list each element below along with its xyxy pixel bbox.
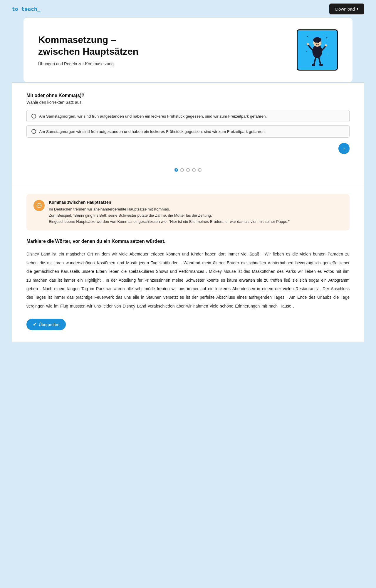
pagination-dot-5[interactable] xyxy=(198,168,202,172)
chevron-down-icon: ▾ xyxy=(357,7,358,11)
svg-line-9 xyxy=(322,46,326,50)
info-box: Kommas zwischen Hauptsätzen Im Deutschen… xyxy=(26,194,350,230)
radio-1[interactable] xyxy=(31,114,36,118)
quiz-subtitle: Wähle den korrekten Satz aus. xyxy=(26,100,350,105)
svg-point-20 xyxy=(39,205,40,206)
svg-point-4 xyxy=(324,35,325,36)
check-label: Überprüfen xyxy=(39,322,59,327)
hero-card: Kommasetzung –zwischen Hauptsätzen Übung… xyxy=(24,18,352,82)
svg-line-12 xyxy=(314,58,316,64)
hero-text: Kommasetzung –zwischen Hauptsätzen Übung… xyxy=(38,34,138,66)
pagination-dot-1[interactable] xyxy=(174,168,178,172)
quiz-title: Mit oder ohne Komma(s)? xyxy=(26,93,350,98)
quiz-option-1-text: Am Samstagmorgen, wir sind früh aufgesta… xyxy=(39,114,267,118)
next-button[interactable]: › xyxy=(338,143,350,154)
pagination-dot-4[interactable] xyxy=(192,168,196,172)
svg-point-16 xyxy=(315,42,317,43)
hero-subtitle: Übungen und Regeln zur Kommasetzung xyxy=(38,61,138,66)
svg-point-2 xyxy=(306,51,307,52)
info-text: Im Deutschen trennen wir aneinandergerei… xyxy=(49,206,290,225)
header: to teach_ Download ▾ xyxy=(0,0,376,18)
hero-image xyxy=(297,29,338,71)
svg-line-8 xyxy=(308,45,313,50)
svg-point-7 xyxy=(313,37,321,43)
next-icon: › xyxy=(343,146,345,152)
svg-point-21 xyxy=(40,205,41,206)
svg-point-10 xyxy=(307,43,309,45)
quiz-option-2[interactable]: Am Samstagmorgen wir sind früh aufgestan… xyxy=(26,125,350,138)
svg-point-14 xyxy=(312,64,315,66)
info-line-1: Im Deutschen trennen wir aneinandergerei… xyxy=(49,207,170,211)
pagination-dot-2[interactable] xyxy=(180,168,184,172)
hero-section: Kommasetzung –zwischen Hauptsätzen Übung… xyxy=(12,18,364,82)
check-button[interactable]: ✔ Überprüfen xyxy=(26,319,66,330)
exercise-title: Markiere die Wörter, vor denen du ein Ko… xyxy=(26,239,350,244)
info-section: Kommas zwischen Hauptsätzen Im Deutschen… xyxy=(12,185,364,342)
quiz-section: Mit oder ohne Komma(s)? Wähle den korrek… xyxy=(12,83,364,185)
quiz-option-1[interactable]: Am Samstagmorgen, wir sind früh aufgesta… xyxy=(26,110,350,122)
info-icon xyxy=(33,200,45,211)
pagination-dot-3[interactable] xyxy=(186,168,190,172)
exercise-text: Disney Land ist ein magischer Ort an dem… xyxy=(26,250,350,310)
svg-point-1 xyxy=(326,37,328,39)
info-line-3: Eingeschobene Hauptsätze werden von Komm… xyxy=(49,219,290,224)
info-title: Kommas zwischen Hauptsätzen xyxy=(49,200,290,205)
download-button[interactable]: Download ▾ xyxy=(329,4,364,14)
logo[interactable]: to teach_ xyxy=(12,6,41,12)
radio-2[interactable] xyxy=(31,129,36,134)
check-icon: ✔ xyxy=(33,322,37,327)
svg-point-15 xyxy=(319,64,323,66)
quiz-option-2-text: Am Samstagmorgen wir sind früh aufgestan… xyxy=(39,129,266,134)
info-content: Kommas zwischen Hauptsätzen Im Deutschen… xyxy=(49,200,290,225)
svg-point-19 xyxy=(38,205,38,206)
pagination xyxy=(26,168,350,175)
svg-point-0 xyxy=(307,36,308,37)
page-title: Kommasetzung –zwischen Hauptsätzen xyxy=(38,34,138,57)
hero-illustration xyxy=(303,32,332,68)
speech-icon xyxy=(36,203,42,208)
svg-point-3 xyxy=(328,54,329,54)
download-label: Download xyxy=(335,6,355,11)
svg-point-11 xyxy=(325,44,327,46)
svg-point-17 xyxy=(318,42,319,43)
svg-line-13 xyxy=(319,58,321,64)
info-line-2: Zum Beispiel: "Benni ging ins Bett, sein… xyxy=(49,213,213,218)
